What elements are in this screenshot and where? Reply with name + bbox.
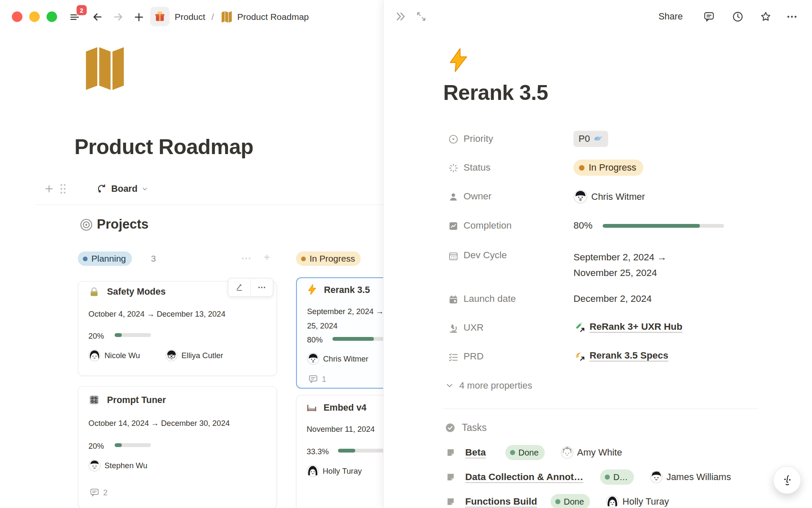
column-header-planning[interactable]: Planning bbox=[78, 251, 132, 266]
close-window-button[interactable] bbox=[12, 11, 22, 22]
drag-handle[interactable] bbox=[56, 183, 70, 194]
plus-icon bbox=[44, 183, 55, 194]
card-edit-button[interactable] bbox=[228, 279, 250, 296]
comment-count: 1 bbox=[322, 375, 326, 384]
property-value-uxr[interactable]: ReRank 3+ UXR Hub bbox=[573, 321, 682, 335]
expand-diagonal-icon bbox=[416, 11, 427, 22]
card-person: Chris Witmer bbox=[307, 353, 368, 365]
card-more-button[interactable] bbox=[251, 279, 273, 296]
card-percent: 20% bbox=[88, 442, 104, 451]
priority-text: P0 bbox=[579, 133, 590, 144]
card-percent: 33.3% bbox=[307, 447, 329, 456]
column-header-in-progress[interactable]: In Progress bbox=[296, 251, 361, 266]
task-title[interactable]: Functions Build bbox=[465, 496, 537, 507]
maximize-window-button[interactable] bbox=[47, 11, 57, 22]
breadcrumb-space-icon-chip[interactable] bbox=[150, 7, 170, 26]
view-switcher[interactable]: Board bbox=[96, 183, 148, 194]
more-options-button[interactable] bbox=[785, 9, 799, 24]
breadcrumb-page[interactable]: Product Roadmap bbox=[237, 11, 309, 22]
card-prompt-tuner[interactable]: Prompt Tuner October 14, 2024 → December… bbox=[78, 386, 277, 508]
property-label-priority[interactable]: Priority bbox=[464, 133, 493, 144]
property-label-launch-date[interactable]: Launch date bbox=[464, 293, 516, 304]
new-page-button[interactable] bbox=[132, 10, 145, 24]
property-label-uxr[interactable]: UXR bbox=[464, 322, 484, 333]
peek-page-title[interactable]: Rerank 3.5 bbox=[443, 80, 548, 105]
section-title[interactable]: Projects bbox=[97, 217, 148, 232]
property-label-prd[interactable]: PRD bbox=[464, 351, 484, 362]
card-percent: 20% bbox=[88, 331, 104, 341]
chevron-down-icon bbox=[445, 381, 454, 390]
page-icon bbox=[445, 472, 456, 483]
peek-page-icon[interactable] bbox=[445, 44, 472, 78]
card-title[interactable]: Safety Modes bbox=[107, 287, 166, 297]
ai-assistant-button[interactable] bbox=[773, 466, 801, 494]
more-properties-toggle[interactable]: 4 more properties bbox=[445, 380, 532, 391]
person-icon bbox=[448, 191, 459, 202]
view-toolbar: Board bbox=[42, 183, 148, 194]
property-label-completion[interactable]: Completion bbox=[464, 220, 512, 231]
property-value-dev-cycle[interactable]: September 2, 2024 → November 25, 2024 bbox=[573, 249, 713, 281]
card-title[interactable]: Embed v4 bbox=[324, 403, 367, 413]
add-block-button[interactable] bbox=[42, 183, 56, 194]
status-text: In Progress bbox=[589, 162, 636, 173]
status-dot bbox=[83, 257, 88, 261]
card-title[interactable]: Prompt Tuner bbox=[107, 395, 166, 406]
card-percent: 80% bbox=[307, 335, 323, 345]
expand-page-button[interactable] bbox=[414, 9, 428, 24]
column-more-button[interactable]: ⋯ bbox=[241, 252, 252, 264]
ellipsis-icon bbox=[257, 283, 266, 292]
forward-button[interactable] bbox=[112, 10, 125, 24]
uxr-link[interactable]: ReRank 3+ UXR Hub bbox=[590, 321, 682, 332]
property-value-status[interactable]: In Progress bbox=[573, 160, 643, 176]
status-dot bbox=[555, 499, 560, 504]
page-icon[interactable] bbox=[78, 45, 132, 94]
priority-tag[interactable]: P0 bbox=[573, 131, 608, 147]
star-icon bbox=[760, 11, 772, 23]
progress-bar bbox=[338, 449, 390, 453]
comment-icon bbox=[89, 487, 100, 498]
chart-icon bbox=[448, 221, 459, 232]
card-comments[interactable]: 1 bbox=[308, 374, 326, 384]
ellipsis-icon bbox=[786, 11, 798, 23]
avatar bbox=[650, 471, 663, 483]
progress-bar bbox=[332, 337, 384, 341]
assignee-name: Amy White bbox=[577, 447, 622, 458]
property-value-launch-date[interactable]: December 2, 2024 bbox=[573, 293, 652, 304]
task-status-pill[interactable]: Done bbox=[505, 445, 545, 460]
task-title[interactable]: Data Collection & Annot… bbox=[465, 472, 583, 483]
task-assignee: James Williams bbox=[650, 471, 731, 483]
property-value-priority[interactable]: P0 bbox=[573, 131, 608, 147]
card-comments[interactable]: 2 bbox=[89, 487, 107, 498]
column-status-label: In Progress bbox=[310, 254, 355, 264]
property-value-owner[interactable]: Chris Witmer bbox=[573, 190, 645, 204]
breadcrumb-page-icon[interactable] bbox=[220, 11, 233, 25]
back-button[interactable] bbox=[91, 10, 104, 24]
completion-percent: 80% bbox=[573, 220, 593, 231]
property-label-status[interactable]: Status bbox=[464, 162, 491, 173]
property-label-dev-cycle[interactable]: Dev Cycle bbox=[464, 250, 507, 261]
calendar-date-icon bbox=[448, 294, 459, 305]
status-pill[interactable]: In Progress bbox=[573, 160, 643, 176]
property-value-prd[interactable]: Rerank 3.5 Specs bbox=[573, 350, 668, 364]
favorite-button[interactable] bbox=[758, 9, 773, 24]
task-status-pill[interactable]: Done bbox=[551, 494, 590, 508]
notification-badge: 2 bbox=[76, 4, 88, 16]
tasks-title: Tasks bbox=[462, 422, 487, 433]
test-tube-link-icon bbox=[573, 321, 585, 333]
status-dot bbox=[301, 257, 306, 261]
task-title[interactable]: Beta bbox=[465, 447, 486, 458]
history-button[interactable] bbox=[730, 9, 745, 24]
page-icon bbox=[445, 447, 456, 458]
page-title[interactable]: Product Roadmap bbox=[74, 135, 253, 159]
task-status-pill[interactable]: D… bbox=[600, 469, 634, 485]
comments-button[interactable] bbox=[702, 9, 716, 24]
prd-link[interactable]: Rerank 3.5 Specs bbox=[590, 350, 668, 361]
column-add-button[interactable]: + bbox=[264, 251, 271, 263]
minimize-window-button[interactable] bbox=[29, 11, 40, 22]
property-label-owner[interactable]: Owner bbox=[464, 191, 491, 202]
card-safety-modes[interactable]: Safety Modes October 4, 2024 → December … bbox=[78, 281, 277, 376]
breadcrumb-space[interactable]: Product bbox=[175, 11, 205, 22]
close-peek-button[interactable] bbox=[394, 9, 408, 24]
share-button[interactable]: Share bbox=[658, 11, 683, 22]
card-title[interactable]: Rerank 3.5 bbox=[324, 285, 370, 295]
